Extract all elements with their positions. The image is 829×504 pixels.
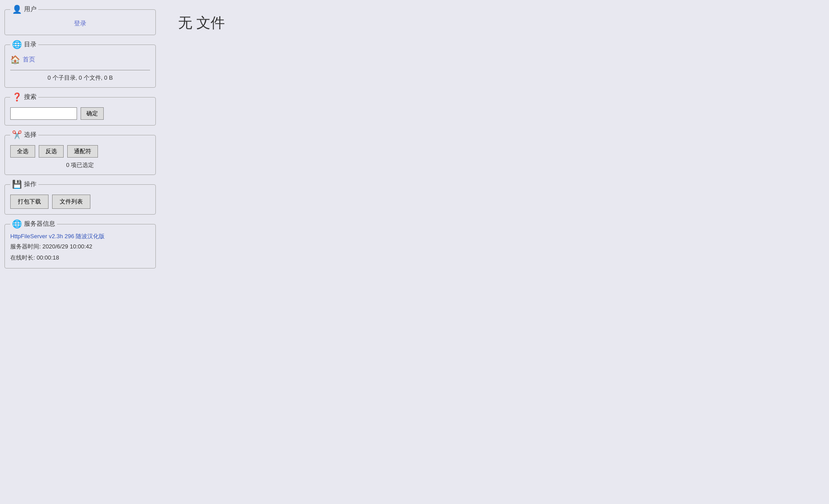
- search-panel-legend: ❓ 搜索: [10, 92, 38, 102]
- download-button[interactable]: 打包下载: [10, 195, 49, 209]
- search-input[interactable]: [10, 107, 77, 120]
- op-panel-legend: 💾 操作: [10, 179, 38, 189]
- user-icon: 👤: [12, 4, 22, 14]
- select-panel: ✂️ 选择 全选 反选 通配符 0 项已选定: [4, 130, 156, 175]
- dir-panel-legend: 🌐 目录: [10, 40, 38, 49]
- server-version-link[interactable]: HttpFileServer v2.3h 296 随波汉化版: [10, 233, 105, 240]
- op-panel: 💾 操作 打包下载 文件列表: [4, 179, 156, 215]
- search-panel: ❓ 搜索 确定: [4, 92, 156, 126]
- dir-panel: 🌐 目录 🏠 首页 0 个子目录, 0 个文件, 0 B: [4, 40, 156, 88]
- user-panel: 👤 用户 登录: [4, 4, 156, 35]
- main-content: 无 文件: [160, 0, 829, 504]
- search-row: 确定: [10, 107, 150, 120]
- server-time: 服务器时间: 2020/6/29 10:00:42: [10, 242, 150, 252]
- wildcard-button[interactable]: 通配符: [67, 145, 98, 158]
- dir-divider: [10, 70, 150, 70]
- search-confirm-button[interactable]: 确定: [81, 107, 104, 120]
- dir-stats: 0 个子目录, 0 个文件, 0 B: [10, 74, 150, 82]
- question-icon: ❓: [12, 92, 22, 102]
- filelist-button[interactable]: 文件列表: [52, 195, 90, 209]
- server-panel: 🌐 服务器信息 HttpFileServer v2.3h 296 随波汉化版 服…: [4, 219, 156, 268]
- select-btn-row: 全选 反选 通配符: [10, 145, 150, 158]
- no-files-title: 无 文件: [178, 13, 811, 33]
- server-uptime: 在线时长: 00:00:18: [10, 253, 150, 263]
- op-btn-row: 打包下载 文件列表: [10, 195, 150, 209]
- login-link[interactable]: 登录: [10, 18, 150, 29]
- scissors-icon: ✂️: [12, 130, 22, 140]
- home-icon: 🏠: [10, 55, 20, 65]
- server-icon: 🌐: [12, 219, 22, 229]
- globe-icon: 🌐: [12, 40, 22, 49]
- select-all-button[interactable]: 全选: [10, 145, 35, 158]
- home-link[interactable]: 🏠 首页: [10, 53, 150, 66]
- select-panel-legend: ✂️ 选择: [10, 130, 38, 140]
- user-panel-legend: 👤 用户: [10, 4, 38, 14]
- invert-select-button[interactable]: 反选: [39, 145, 64, 158]
- select-status: 0 项已选定: [10, 161, 150, 169]
- save-icon: 💾: [12, 179, 22, 189]
- server-panel-legend: 🌐 服务器信息: [10, 219, 57, 229]
